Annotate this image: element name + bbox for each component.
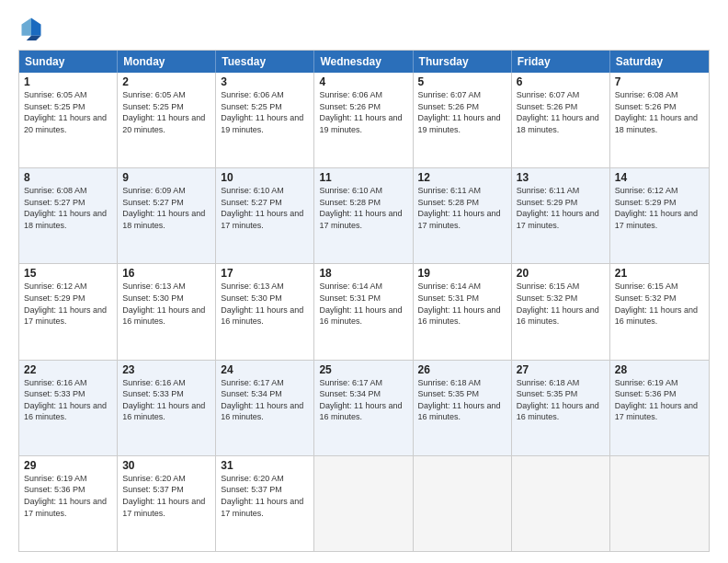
day-number: 19 — [418, 267, 506, 280]
cell-info: Sunrise: 6:17 AMSunset: 5:34 PMDaylight:… — [319, 377, 407, 423]
day-cell-8: 8Sunrise: 6:08 AMSunset: 5:27 PMDaylight… — [19, 168, 118, 263]
cell-info: Sunrise: 6:11 AMSunset: 5:29 PMDaylight:… — [517, 185, 605, 231]
svg-marker-1 — [22, 18, 32, 36]
day-header-tuesday: Tuesday — [216, 51, 314, 73]
logo-icon — [18, 15, 44, 40]
cell-info: Sunrise: 6:16 AMSunset: 5:33 PMDaylight:… — [24, 377, 112, 423]
empty-cell — [414, 456, 512, 551]
day-number: 12 — [418, 171, 506, 184]
day-number: 22 — [24, 363, 112, 376]
day-cell-15: 15Sunrise: 6:12 AMSunset: 5:29 PMDayligh… — [19, 264, 118, 359]
day-cell-4: 4Sunrise: 6:06 AMSunset: 5:26 PMDaylight… — [314, 73, 413, 167]
cell-info: Sunrise: 6:16 AMSunset: 5:33 PMDaylight:… — [122, 377, 210, 423]
cell-info: Sunrise: 6:06 AMSunset: 5:25 PMDaylight:… — [221, 89, 309, 135]
day-cell-23: 23Sunrise: 6:16 AMSunset: 5:33 PMDayligh… — [118, 361, 216, 455]
cell-info: Sunrise: 6:09 AMSunset: 5:27 PMDaylight:… — [122, 185, 210, 231]
svg-marker-0 — [31, 18, 41, 36]
day-cell-2: 2Sunrise: 6:05 AMSunset: 5:25 PMDaylight… — [118, 73, 216, 167]
day-cell-16: 16Sunrise: 6:13 AMSunset: 5:30 PMDayligh… — [118, 264, 216, 359]
week-row-2: 8Sunrise: 6:08 AMSunset: 5:27 PMDaylight… — [19, 167, 709, 263]
day-header-monday: Monday — [118, 51, 216, 73]
cell-info: Sunrise: 6:12 AMSunset: 5:29 PMDaylight:… — [24, 281, 112, 327]
day-cell-10: 10Sunrise: 6:10 AMSunset: 5:27 PMDayligh… — [216, 168, 314, 263]
cell-info: Sunrise: 6:19 AMSunset: 5:36 PMDaylight:… — [24, 473, 112, 519]
empty-cell — [314, 456, 413, 551]
cell-info: Sunrise: 6:19 AMSunset: 5:36 PMDaylight:… — [615, 377, 704, 423]
day-cell-11: 11Sunrise: 6:10 AMSunset: 5:28 PMDayligh… — [314, 168, 413, 263]
cell-info: Sunrise: 6:05 AMSunset: 5:25 PMDaylight:… — [122, 89, 210, 135]
cell-info: Sunrise: 6:20 AMSunset: 5:37 PMDaylight:… — [221, 473, 309, 519]
cell-info: Sunrise: 6:13 AMSunset: 5:30 PMDaylight:… — [221, 281, 309, 327]
day-cell-22: 22Sunrise: 6:16 AMSunset: 5:33 PMDayligh… — [19, 361, 118, 455]
day-cell-14: 14Sunrise: 6:12 AMSunset: 5:29 PMDayligh… — [610, 168, 709, 263]
day-number: 28 — [615, 363, 704, 376]
day-number: 13 — [517, 171, 605, 184]
day-cell-28: 28Sunrise: 6:19 AMSunset: 5:36 PMDayligh… — [610, 361, 709, 455]
day-header-thursday: Thursday — [414, 51, 512, 73]
calendar: SundayMondayTuesdayWednesdayThursdayFrid… — [18, 50, 710, 552]
cell-info: Sunrise: 6:10 AMSunset: 5:28 PMDaylight:… — [319, 185, 407, 231]
day-header-sunday: Sunday — [19, 51, 118, 73]
day-cell-25: 25Sunrise: 6:17 AMSunset: 5:34 PMDayligh… — [314, 361, 413, 455]
week-row-1: 1Sunrise: 6:05 AMSunset: 5:25 PMDaylight… — [19, 73, 709, 167]
day-number: 2 — [122, 75, 210, 88]
day-number: 23 — [122, 363, 210, 376]
day-number: 6 — [517, 75, 605, 88]
day-number: 3 — [221, 75, 309, 88]
logo — [18, 15, 48, 40]
cell-info: Sunrise: 6:11 AMSunset: 5:28 PMDaylight:… — [418, 185, 506, 231]
day-header-friday: Friday — [512, 51, 610, 73]
week-row-4: 22Sunrise: 6:16 AMSunset: 5:33 PMDayligh… — [19, 360, 709, 455]
cell-info: Sunrise: 6:20 AMSunset: 5:37 PMDaylight:… — [122, 473, 210, 519]
cell-info: Sunrise: 6:10 AMSunset: 5:27 PMDaylight:… — [221, 185, 309, 231]
cell-info: Sunrise: 6:07 AMSunset: 5:26 PMDaylight:… — [418, 89, 506, 135]
cell-info: Sunrise: 6:15 AMSunset: 5:32 PMDaylight:… — [517, 281, 605, 327]
day-number: 16 — [122, 267, 210, 280]
day-number: 24 — [221, 363, 309, 376]
day-number: 17 — [221, 267, 309, 280]
day-cell-29: 29Sunrise: 6:19 AMSunset: 5:36 PMDayligh… — [19, 456, 118, 551]
day-header-wednesday: Wednesday — [314, 51, 413, 73]
day-number: 21 — [615, 267, 704, 280]
day-cell-18: 18Sunrise: 6:14 AMSunset: 5:31 PMDayligh… — [314, 264, 413, 359]
day-number: 14 — [615, 171, 704, 184]
cell-info: Sunrise: 6:18 AMSunset: 5:35 PMDaylight:… — [517, 377, 605, 423]
empty-cell — [610, 456, 709, 551]
cell-info: Sunrise: 6:12 AMSunset: 5:29 PMDaylight:… — [615, 185, 704, 231]
day-number: 15 — [24, 267, 112, 280]
day-cell-9: 9Sunrise: 6:09 AMSunset: 5:27 PMDaylight… — [118, 168, 216, 263]
day-cell-1: 1Sunrise: 6:05 AMSunset: 5:25 PMDaylight… — [19, 73, 118, 167]
header — [18, 15, 710, 40]
cell-info: Sunrise: 6:06 AMSunset: 5:26 PMDaylight:… — [319, 89, 407, 135]
day-number: 9 — [122, 171, 210, 184]
day-cell-27: 27Sunrise: 6:18 AMSunset: 5:35 PMDayligh… — [512, 361, 610, 455]
day-cell-21: 21Sunrise: 6:15 AMSunset: 5:32 PMDayligh… — [610, 264, 709, 359]
day-number: 20 — [517, 267, 605, 280]
cell-info: Sunrise: 6:08 AMSunset: 5:26 PMDaylight:… — [615, 89, 704, 135]
calendar-body: 1Sunrise: 6:05 AMSunset: 5:25 PMDaylight… — [19, 73, 709, 551]
cell-info: Sunrise: 6:07 AMSunset: 5:26 PMDaylight:… — [517, 89, 605, 135]
cell-info: Sunrise: 6:18 AMSunset: 5:35 PMDaylight:… — [418, 377, 506, 423]
cell-info: Sunrise: 6:08 AMSunset: 5:27 PMDaylight:… — [24, 185, 112, 231]
day-cell-3: 3Sunrise: 6:06 AMSunset: 5:25 PMDaylight… — [216, 73, 314, 167]
day-cell-30: 30Sunrise: 6:20 AMSunset: 5:37 PMDayligh… — [118, 456, 216, 551]
day-number: 25 — [319, 363, 407, 376]
day-cell-5: 5Sunrise: 6:07 AMSunset: 5:26 PMDaylight… — [414, 73, 512, 167]
day-number: 5 — [418, 75, 506, 88]
day-cell-12: 12Sunrise: 6:11 AMSunset: 5:28 PMDayligh… — [414, 168, 512, 263]
week-row-3: 15Sunrise: 6:12 AMSunset: 5:29 PMDayligh… — [19, 263, 709, 359]
day-header-saturday: Saturday — [610, 51, 709, 73]
day-cell-31: 31Sunrise: 6:20 AMSunset: 5:37 PMDayligh… — [216, 456, 314, 551]
cell-info: Sunrise: 6:14 AMSunset: 5:31 PMDaylight:… — [319, 281, 407, 327]
cell-info: Sunrise: 6:17 AMSunset: 5:34 PMDaylight:… — [221, 377, 309, 423]
day-number: 1 — [24, 75, 112, 88]
day-cell-19: 19Sunrise: 6:14 AMSunset: 5:31 PMDayligh… — [414, 264, 512, 359]
cell-info: Sunrise: 6:14 AMSunset: 5:31 PMDaylight:… — [418, 281, 506, 327]
day-cell-20: 20Sunrise: 6:15 AMSunset: 5:32 PMDayligh… — [512, 264, 610, 359]
day-number: 31 — [221, 459, 309, 472]
day-cell-6: 6Sunrise: 6:07 AMSunset: 5:26 PMDaylight… — [512, 73, 610, 167]
day-number: 11 — [319, 171, 407, 184]
svg-marker-2 — [27, 36, 41, 40]
day-number: 8 — [24, 171, 112, 184]
week-row-5: 29Sunrise: 6:19 AMSunset: 5:36 PMDayligh… — [19, 455, 709, 551]
